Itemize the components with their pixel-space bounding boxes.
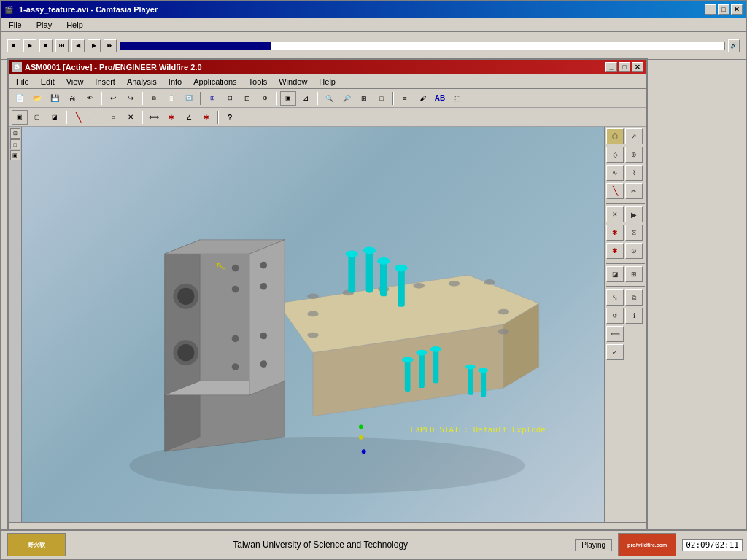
volume-btn[interactable]: 🔊	[728, 39, 740, 52]
proe-minimize-btn[interactable]: _	[605, 62, 617, 72]
proe-menu-analysis[interactable]: Analysis	[123, 76, 161, 88]
rt-copy2[interactable]: ⧉	[625, 289, 643, 306]
tb-layer[interactable]: ≡	[397, 91, 413, 106]
proe-menu-window[interactable]: Window	[274, 76, 311, 88]
rt-sym2[interactable]: ⧖	[625, 225, 643, 241]
proe-menu-file[interactable]: File	[12, 76, 34, 88]
rt-sym3[interactable]: ✱	[606, 243, 624, 259]
tb-zoomregion[interactable]: □	[374, 91, 390, 106]
svg-rect-43	[419, 353, 425, 388]
left-tb-btn-2[interactable]: □	[10, 139, 20, 149]
tb-copy[interactable]: ⧉	[146, 91, 162, 106]
rt-extra1[interactable]: ↙	[606, 344, 624, 360]
rt-move[interactable]: ⤡	[606, 289, 624, 306]
tb-repaint[interactable]: 🖌	[414, 91, 430, 106]
tb2-arc[interactable]: ⌒	[88, 110, 104, 125]
rt-plane[interactable]: ◇	[606, 147, 624, 163]
next-frame-btn[interactable]: ▶	[88, 39, 101, 52]
fast-forward-btn[interactable]: ⏭	[104, 39, 117, 52]
tb2-sep1	[66, 111, 67, 124]
proe-menu-edit[interactable]: Edit	[36, 76, 59, 88]
tb2-dimang[interactable]: ∠	[181, 110, 197, 125]
proe-menu-help[interactable]: Help	[314, 76, 340, 88]
tb-orient[interactable]: ⊕	[257, 91, 273, 106]
camtasia-status: Taiwan University of Science and Technol…	[71, 540, 569, 550]
camtasia-menu-play[interactable]: Play	[32, 19, 56, 31]
proe-maximize-btn[interactable]: □	[619, 62, 630, 72]
rt-trim[interactable]: ✂	[625, 183, 643, 199]
tb-save[interactable]: 💾	[47, 91, 63, 106]
rt-arrow[interactable]: ↗	[625, 128, 643, 144]
rt-sym1[interactable]: ✱	[606, 225, 624, 241]
tb2-help[interactable]: ?	[222, 110, 238, 125]
tb-undo[interactable]: ↩	[105, 91, 121, 106]
tb2-point[interactable]: ✕	[123, 110, 139, 125]
tb-assemble[interactable]: ⊞	[204, 91, 220, 106]
tb-preview[interactable]: 👁	[82, 91, 98, 106]
camtasia-maximize-btn[interactable]: □	[718, 4, 729, 15]
tb-new[interactable]: 📄	[12, 91, 28, 106]
viewport[interactable]: EXPLD STATE: Default Explode ↖	[22, 127, 604, 522]
tb2-dim[interactable]: ⟺	[146, 110, 162, 125]
play-pause-btn[interactable]: ▶	[23, 39, 36, 52]
proe-menu-tools[interactable]: Tools	[244, 76, 272, 88]
rt-feature[interactable]: ⊕	[625, 147, 643, 163]
rt-rotate[interactable]: ↺	[606, 308, 624, 324]
left-tb-btn-1[interactable]: ⊞	[10, 128, 20, 139]
left-toolbar: ⊞ □ ▣	[9, 127, 22, 522]
rt-sym4[interactable]: ⊙	[625, 243, 643, 259]
right-row-8: ◪ ⊞	[606, 266, 645, 282]
rt-surface[interactable]: ⌇	[625, 165, 643, 181]
proe-menu-view[interactable]: View	[62, 76, 88, 88]
rt-info2[interactable]: ℹ	[625, 308, 643, 324]
tb-section[interactable]: ⊡	[239, 91, 255, 106]
tb-zoomout[interactable]: 🔎	[338, 91, 355, 106]
rt-grid[interactable]: ⊞	[625, 266, 643, 282]
rt-view[interactable]: ◪	[606, 266, 624, 282]
stop2-btn[interactable]: ⏹	[39, 39, 53, 52]
rt-meas[interactable]: ⟺	[606, 326, 624, 342]
proe-menu-info[interactable]: Info	[164, 76, 186, 88]
tb2-ref[interactable]: ✱	[198, 110, 214, 125]
camtasia-menu-file[interactable]: File	[4, 19, 26, 31]
prev-frame-btn[interactable]: ◀	[71, 39, 85, 52]
rt-axis[interactable]: ✕	[606, 206, 624, 222]
tb-viewsel2[interactable]: ⊿	[298, 91, 314, 106]
tb2-circle[interactable]: ○	[105, 110, 121, 125]
camtasia-close-btn[interactable]: ✕	[731, 4, 743, 15]
rewind-btn[interactable]: ⏮	[55, 39, 69, 52]
rt-curve[interactable]: ∿	[606, 165, 624, 181]
rt-chevron[interactable]: ▶	[625, 206, 643, 222]
rt-sketchline[interactable]: ╲	[606, 183, 624, 199]
tb2-front[interactable]: ▢	[29, 110, 45, 125]
rt-hatch[interactable]: ⬡	[606, 128, 624, 144]
svg-rect-33	[348, 254, 355, 292]
tb-zoomin[interactable]: 🔍	[321, 91, 337, 106]
stop-btn[interactable]: ■	[7, 39, 20, 52]
tb-place[interactable]: ⊟	[222, 91, 238, 106]
svg-point-48	[465, 365, 476, 370]
tb-open[interactable]: 📂	[29, 91, 45, 106]
camtasia-menu-help[interactable]: Help	[62, 19, 88, 31]
progress-bar-container[interactable]	[120, 42, 725, 50]
tb2-top[interactable]: ▣	[12, 110, 28, 125]
tb-regen[interactable]: 🔄	[181, 91, 197, 106]
tb-viewsel[interactable]: ▣	[280, 91, 296, 106]
explode-state-label: EXPLD STATE: Default Explode	[411, 425, 546, 435]
camtasia-titlebar: 🎬 1-assy_feature.avi - Camtasia Player _…	[1, 1, 746, 18]
camtasia-minimize-btn[interactable]: _	[705, 4, 716, 15]
tb2-dimrad[interactable]: ✱	[163, 110, 179, 125]
tb-print[interactable]: 🖨	[64, 91, 80, 106]
left-tb-btn-3[interactable]: ▣	[10, 150, 20, 160]
proe-menu-applications[interactable]: Applications	[189, 76, 241, 88]
proe-menu-insert[interactable]: Insert	[90, 76, 120, 88]
tb-extra[interactable]: ⬚	[449, 91, 465, 106]
svg-point-46	[430, 346, 441, 352]
tb-coord[interactable]: AB	[432, 91, 448, 106]
proe-close-btn[interactable]: ✕	[632, 62, 643, 72]
tb-redo[interactable]: ↪	[123, 91, 139, 106]
tb2-line[interactable]: ╲	[70, 110, 86, 125]
tb-paste[interactable]: 📋	[163, 91, 179, 106]
tb-zoomfull[interactable]: ⊞	[356, 91, 372, 106]
tb2-right[interactable]: ◪	[47, 110, 63, 125]
